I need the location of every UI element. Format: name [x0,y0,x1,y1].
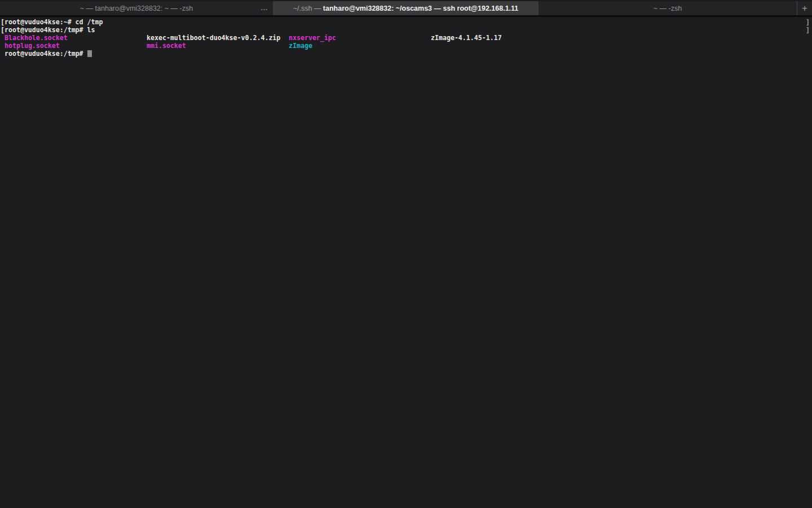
terminal-cursor [87,50,92,57]
terminal-line: [root@vuduo4kse:~# cd /tmp] [1,18,812,26]
terminal-text-segment: [root@vuduo4kse:~# cd /tmp [1,18,103,26]
tab-bar: ~ — tanharo@vmi328832: ~ — -zsh … ~/.ssh… [0,0,812,17]
tab-title: ~ — tanharo@vmi328832: ~ — -zsh [80,5,193,12]
terminal-text-segment: kexec-multiboot-duo4kse-v0.2.4.zip [147,34,280,42]
terminal-text-segment: zImage [289,42,312,50]
terminal-text-segment: zImage-4.1.45-1.17 [431,34,502,42]
terminal-text-segment: nxserver_ipc [289,34,336,42]
terminal-text-segment: ] [806,26,810,34]
tab-title: ~/.ssh — tanharo@vmi328832: ~/oscams3 — … [293,5,519,12]
tab-shell-2[interactable]: ~ — -zsh [539,1,797,15]
tab-title: ~ — -zsh [654,5,682,12]
terminal-text-segment: [root@vuduo4kse:/tmp# ls [1,26,95,34]
tab-shell-1[interactable]: ~ — tanharo@vmi328832: ~ — -zsh … [0,1,273,15]
terminal-screen[interactable]: [root@vuduo4kse:~# cd /tmp][root@vuduo4k… [0,17,812,508]
terminal-line: root@vuduo4kse:/tmp# [1,50,812,58]
terminal-window: ~ — tanharo@vmi328832: ~ — -zsh … ~/.ssh… [0,0,812,508]
tab-title-main: tanharo@vmi328832: ~/oscams3 — ssh root@… [323,5,518,12]
terminal-text-segment: mmi.socket [147,42,186,50]
terminal-line: Blackhole.socketkexec-multiboot-duo4kse-… [1,34,812,42]
tab-title-path: ~/.ssh — [293,5,323,12]
terminal-text-segment: ] [806,18,810,26]
plus-icon: + [802,3,807,14]
tab-ssh-session[interactable]: ~/.ssh — tanharo@vmi328832: ~/oscams3 — … [273,1,539,15]
terminal-line: [root@vuduo4kse:/tmp# ls] [1,26,812,34]
ellipsis-indicator: … [261,3,268,12]
terminal-text-segment: Blackhole.socket [5,34,68,42]
terminal-text-segment: hotplug.socket [5,42,60,50]
terminal-line: hotplug.socketmmi.socketzImage [1,42,812,50]
terminal-text-segment: root@vuduo4kse:/tmp# [5,50,83,58]
new-tab-button[interactable]: + [797,1,812,15]
